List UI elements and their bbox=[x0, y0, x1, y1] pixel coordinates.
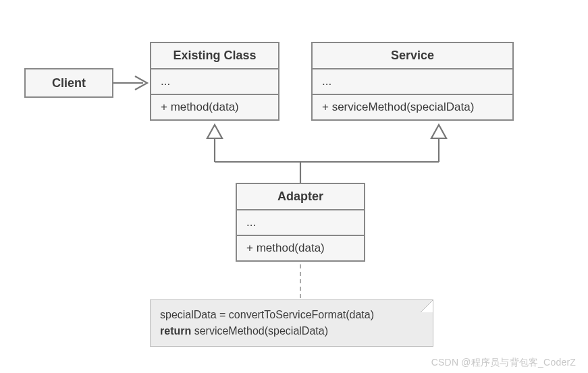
note-line2-rest: serviceMethod(specialData) bbox=[191, 325, 328, 337]
class-existing: Existing Class ... + method(data) bbox=[150, 42, 279, 121]
inheritance-join bbox=[215, 162, 439, 183]
class-existing-attrs: ... bbox=[151, 69, 278, 95]
note-line1: specialData = convertToServiceFormat(dat… bbox=[160, 307, 423, 323]
watermark-text: CSDN @程序员与背包客_CoderZ bbox=[431, 357, 576, 369]
class-service: Service ... + serviceMethod(specialData) bbox=[311, 42, 514, 121]
class-adapter-attrs: ... bbox=[237, 210, 364, 236]
class-service-title: Service bbox=[313, 43, 512, 69]
svg-marker-3 bbox=[431, 125, 446, 138]
note-return-kw: return bbox=[160, 325, 191, 337]
arrow-client-to-existing bbox=[113, 76, 147, 90]
inheritance-adapter-to-existing bbox=[207, 125, 222, 162]
inheritance-adapter-to-service bbox=[431, 125, 446, 162]
class-adapter-method: + method(data) bbox=[237, 236, 364, 260]
note-fold-icon bbox=[421, 300, 433, 312]
note-line2: return serviceMethod(specialData) bbox=[160, 323, 423, 339]
class-service-method: + serviceMethod(specialData) bbox=[313, 95, 512, 119]
note-adapter-method: specialData = convertToServiceFormat(dat… bbox=[150, 299, 433, 347]
class-service-attrs: ... bbox=[313, 69, 512, 95]
class-existing-title: Existing Class bbox=[151, 43, 278, 69]
class-adapter: Adapter ... + method(data) bbox=[236, 183, 365, 262]
class-existing-method: + method(data) bbox=[151, 95, 278, 119]
class-client: Client bbox=[24, 68, 113, 98]
class-client-title: Client bbox=[52, 76, 86, 90]
class-adapter-title: Adapter bbox=[237, 184, 364, 210]
svg-marker-1 bbox=[207, 125, 222, 138]
